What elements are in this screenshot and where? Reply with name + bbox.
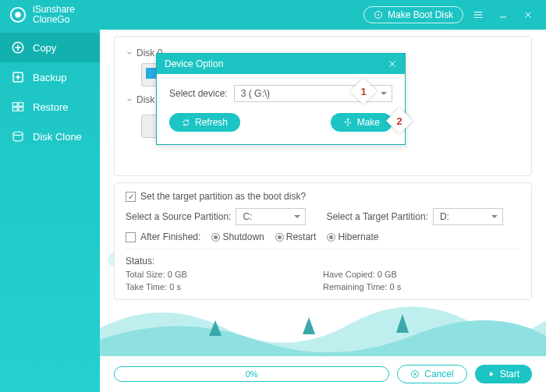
make-boot-disk-button[interactable]: Make Boot Disk — [363, 6, 463, 23]
svg-rect-7 — [19, 103, 23, 107]
source-partition-label: Select a Source Partition: — [126, 211, 231, 222]
source-partition-value: C: — [243, 211, 252, 222]
brand: iSunshare CloneGo — [9, 5, 75, 25]
sidebar-item-label: Disk Clone — [33, 131, 82, 143]
start-button[interactable]: Start — [475, 365, 532, 383]
sidebar-item-label: Backup — [33, 72, 66, 83]
svg-rect-9 — [19, 108, 23, 111]
boot-disk-checkbox[interactable]: ✓ — [126, 192, 136, 202]
svg-marker-12 — [303, 317, 315, 334]
start-label: Start — [500, 369, 519, 380]
sidebar-item-disk-clone[interactable]: Disk Clone — [0, 122, 100, 151]
close-button[interactable] — [518, 5, 538, 25]
annotation-callout-1: 1 — [350, 78, 377, 104]
status-have-copied: Have Copied: 0 GB — [323, 270, 520, 279]
sidebar-item-copy[interactable]: Copy — [0, 33, 100, 62]
modal-title-text: Device Option — [165, 58, 223, 69]
radio-restart[interactable] — [275, 233, 284, 242]
annotation-number: 2 — [390, 111, 409, 130]
status-total-size: Total Size: 0 GB — [126, 270, 323, 279]
refresh-icon — [182, 118, 190, 127]
modal-titlebar: Device Option — [157, 54, 405, 74]
radio-hibernate-label: Hibernate — [338, 231, 378, 242]
minimize-icon — [498, 10, 508, 19]
annotation-number: 1 — [354, 82, 373, 101]
after-finished-label: After Finished: — [140, 231, 200, 242]
sidebar-item-backup[interactable]: Backup — [0, 62, 100, 92]
make-button[interactable]: Make — [331, 113, 392, 132]
minimize-button[interactable] — [493, 5, 513, 25]
close-icon — [523, 10, 533, 19]
target-partition-label: Select a Target Partition: — [326, 211, 428, 222]
svg-point-10 — [13, 132, 23, 136]
refresh-button[interactable]: Refresh — [169, 113, 240, 132]
radio-hibernate[interactable] — [327, 233, 335, 242]
target-partition-value: D: — [440, 211, 449, 222]
disc-icon — [374, 10, 383, 19]
radio-shutdown[interactable] — [211, 233, 220, 242]
svg-point-1 — [15, 12, 20, 17]
status-remaining: Remaining Time: 0 s — [323, 282, 520, 291]
windows-flag-icon — [146, 68, 157, 79]
svg-rect-8 — [12, 108, 17, 111]
boot-disk-checkbox-label: Set the target partition as the boot dis… — [140, 191, 306, 202]
cancel-icon — [410, 369, 420, 379]
radio-shutdown-label: Shutdown — [222, 231, 264, 242]
chevron-down-icon — [126, 96, 133, 104]
sidebar-item-label: Copy — [33, 42, 56, 54]
annotation-callout-2: 2 — [386, 108, 413, 134]
target-partition-select[interactable]: D: — [433, 208, 503, 225]
select-device-label: Select device: — [169, 88, 228, 99]
disk-clone-icon — [11, 129, 25, 143]
sidebar-item-restore[interactable]: Restore — [0, 92, 100, 122]
cancel-button[interactable]: Cancel — [397, 365, 466, 383]
titlebar: iSunshare CloneGo Make Boot Disk — [0, 0, 546, 30]
make-boot-label: Make Boot Disk — [388, 9, 453, 20]
restore-icon — [11, 100, 25, 114]
select-device-value: 3 ( G:\) — [241, 88, 270, 99]
make-label: Make — [357, 117, 380, 128]
source-partition-select[interactable]: C: — [236, 208, 306, 225]
options-panel: ✓ Set the target partition as the boot d… — [114, 182, 532, 300]
svg-rect-6 — [12, 103, 17, 107]
cancel-label: Cancel — [424, 369, 453, 380]
footer: 0% Cancel Start — [100, 356, 546, 392]
brand-logo-icon — [9, 6, 27, 23]
copy-icon — [11, 41, 25, 55]
menu-button[interactable] — [468, 5, 488, 25]
sidebar-item-label: Restore — [33, 101, 69, 113]
usb-icon — [343, 118, 353, 127]
progress-value: 0% — [246, 369, 258, 379]
status-heading: Status: — [126, 256, 520, 267]
backup-icon — [11, 70, 25, 84]
disk1-label: Disk — [136, 94, 154, 105]
radio-restart-label: Restart — [286, 231, 317, 242]
chevron-down-icon — [126, 49, 133, 57]
after-finished-checkbox[interactable] — [126, 232, 136, 242]
svg-point-3 — [378, 14, 379, 16]
modal-close-icon[interactable] — [388, 59, 397, 69]
play-icon — [488, 370, 495, 378]
status-take-time: Take Time: 0 s — [126, 282, 323, 291]
progress-bar: 0% — [114, 366, 389, 382]
hamburger-icon — [473, 9, 484, 20]
brand-line2: CloneGo — [33, 15, 75, 25]
refresh-label: Refresh — [195, 117, 228, 128]
sidebar: Copy Backup Restore Disk Clone — [0, 30, 100, 392]
